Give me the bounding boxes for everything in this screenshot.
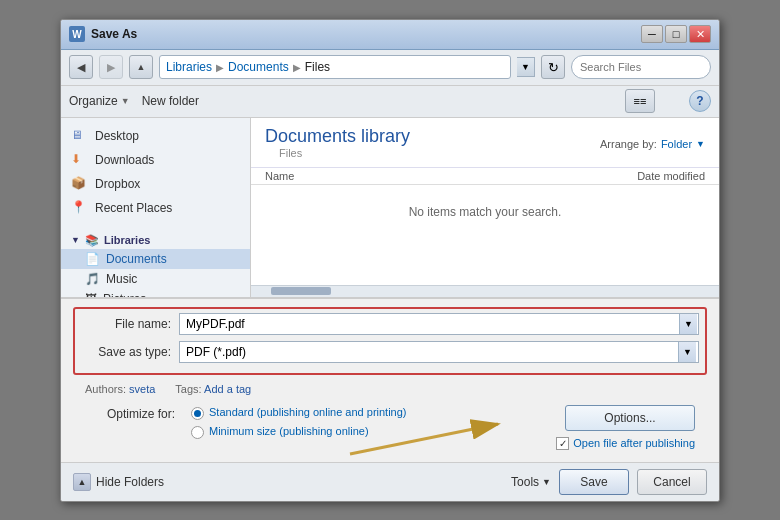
optimize-area: Optimize for: Standard (publishing onlin… [73, 401, 707, 454]
optimize-options: Standard (publishing online and printing… [191, 405, 540, 443]
tags-field: Tags: Add a tag [175, 383, 251, 395]
sidebar-item-dropbox[interactable]: 📦 Dropbox [61, 172, 250, 196]
col-name: Name [265, 170, 555, 182]
forward-button[interactable]: ▶ [99, 55, 123, 79]
help-button[interactable]: ? [689, 90, 711, 112]
save-type-label: Save as type: [81, 345, 171, 359]
up-button[interactable]: ▲ [129, 55, 153, 79]
library-title: Documents library [265, 126, 410, 147]
optimize-label: Optimize for: [85, 405, 175, 421]
save-type-select-wrapper: PDF (*.pdf) ▼ [179, 341, 699, 363]
arrange-dropdown-arrow: ▼ [696, 139, 705, 149]
library-subtitle: Files [265, 147, 410, 163]
tools-button[interactable]: Tools ▼ [511, 475, 551, 489]
address-bar: ◀ ▶ ▲ Libraries ▶ Documents ▶ Files ▼ ↻ … [61, 50, 719, 86]
file-header: Documents library Files Arrange by: Fold… [251, 118, 719, 168]
hide-folders-button[interactable]: ▲ Hide Folders [73, 473, 164, 491]
breadcrumb-libraries[interactable]: Libraries [166, 60, 212, 74]
footer: ▲ Hide Folders Tools ▼ Save Cancel [61, 462, 719, 501]
refresh-button[interactable]: ↻ [541, 55, 565, 79]
sidebar-item-music[interactable]: 🎵 Music [61, 269, 250, 289]
save-type-select[interactable]: PDF (*.pdf) ▼ [179, 341, 699, 363]
window-title: Save As [91, 27, 137, 41]
open-after-label: Open file after publishing [573, 437, 695, 449]
file-name-save-type-group: File name: ▼ Save as type: PDF (*.pdf) ▼ [73, 307, 707, 375]
view-options-button[interactable]: ≡≡ [625, 89, 655, 113]
toolbar: Organize ▼ New folder ≡≡ ? [61, 86, 719, 118]
hide-folders-icon: ▲ [73, 473, 91, 491]
form-area: File name: ▼ Save as type: PDF (*.pdf) ▼ [61, 298, 719, 462]
open-after-checkbox[interactable] [556, 437, 569, 450]
minimum-radio[interactable] [191, 426, 204, 439]
arrange-by: Arrange by: Folder ▼ [600, 126, 705, 163]
save-type-row: Save as type: PDF (*.pdf) ▼ [81, 341, 699, 363]
file-name-input-wrapper: ▼ [179, 313, 699, 335]
desktop-icon: 🖥 [71, 128, 89, 144]
save-button[interactable]: Save [559, 469, 629, 495]
minimum-radio-row: Minimum size (publishing online) [191, 424, 540, 439]
save-type-dropdown-arrow[interactable]: ▼ [678, 342, 696, 362]
close-button[interactable]: ✕ [689, 25, 711, 43]
sidebar-item-downloads[interactable]: ⬇ Downloads [61, 148, 250, 172]
main-area: 🖥 Desktop ⬇ Downloads 📦 Dropbox 📍 Recent… [61, 118, 719, 298]
file-name-input[interactable] [179, 313, 699, 335]
horizontal-scrollbar[interactable] [251, 285, 719, 297]
maximize-button[interactable]: □ [665, 25, 687, 43]
music-icon: 🎵 [85, 272, 100, 286]
breadcrumb-dropdown[interactable]: ▼ [517, 57, 535, 77]
options-button[interactable]: Options... [565, 405, 695, 431]
minimum-radio-label: Minimum size (publishing online) [209, 424, 369, 438]
downloads-icon: ⬇ [71, 152, 89, 168]
meta-row: Authors: sveta Tags: Add a tag [73, 381, 707, 397]
scrollbar-thumb [271, 287, 331, 295]
window-icon: W [69, 26, 85, 42]
dropbox-icon: 📦 [71, 176, 89, 192]
libraries-icon: 📚 [85, 234, 99, 247]
authors-value[interactable]: sveta [129, 383, 155, 395]
pictures-icon: 🖼 [85, 292, 97, 297]
organize-dropdown-arrow: ▼ [121, 96, 130, 106]
cancel-button[interactable]: Cancel [637, 469, 707, 495]
sidebar: 🖥 Desktop ⬇ Downloads 📦 Dropbox 📍 Recent… [61, 118, 251, 297]
no-items-message: No items match your search. [251, 185, 719, 239]
libraries-section-header: ▼ 📚 Libraries [61, 228, 250, 249]
standard-radio-row: Standard (publishing online and printing… [191, 405, 540, 420]
search-input[interactable] [580, 61, 718, 73]
authors-field: Authors: sveta [85, 383, 155, 395]
back-button[interactable]: ◀ [69, 55, 93, 79]
standard-radio[interactable] [191, 407, 204, 420]
file-area: Documents library Files Arrange by: Fold… [251, 118, 719, 297]
recent-places-icon: 📍 [71, 200, 89, 216]
file-name-row: File name: ▼ [81, 313, 699, 335]
footer-right: Tools ▼ Save Cancel [511, 469, 707, 495]
title-bar: W Save As ─ □ ✕ [61, 20, 719, 50]
new-folder-button[interactable]: New folder [142, 94, 199, 108]
sidebar-item-documents[interactable]: 📄 Documents [61, 249, 250, 269]
tools-dropdown-arrow: ▼ [542, 477, 551, 487]
arrange-by-dropdown[interactable]: Folder [661, 138, 692, 150]
standard-radio-label: Standard (publishing online and printing… [209, 405, 407, 419]
open-after-row: Open file after publishing [556, 437, 695, 450]
breadcrumb-documents[interactable]: Documents [228, 60, 289, 74]
breadcrumb-files[interactable]: Files [305, 60, 330, 74]
col-date-modified: Date modified [555, 170, 705, 182]
tags-value[interactable]: Add a tag [204, 383, 251, 395]
breadcrumb-bar: Libraries ▶ Documents ▶ Files [159, 55, 511, 79]
minimize-button[interactable]: ─ [641, 25, 663, 43]
sidebar-item-desktop[interactable]: 🖥 Desktop [61, 124, 250, 148]
search-bar: 🔍 [571, 55, 711, 79]
file-name-label: File name: [81, 317, 171, 331]
documents-icon: 📄 [85, 252, 100, 266]
organize-button[interactable]: Organize ▼ [69, 94, 130, 108]
sidebar-item-pictures[interactable]: 🖼 Pictures [61, 289, 250, 297]
optimize-right: Options... Open file after publishing [556, 405, 695, 450]
file-name-dropdown[interactable]: ▼ [679, 314, 697, 334]
file-columns: Name Date modified [251, 168, 719, 185]
sidebar-item-recent-places[interactable]: 📍 Recent Places [61, 196, 250, 220]
